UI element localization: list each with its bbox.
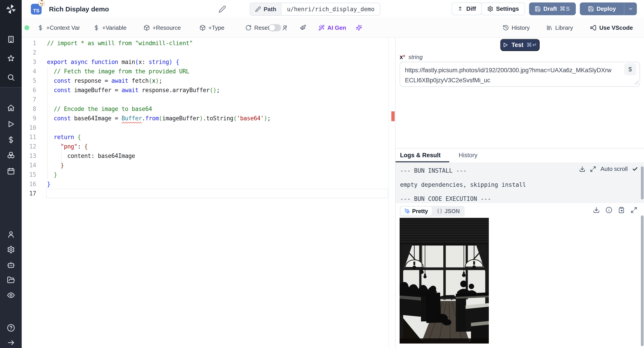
line-number: 16	[22, 179, 46, 189]
star-icon[interactable]	[7, 54, 15, 62]
schedules-calendar-icon[interactable]	[7, 167, 15, 175]
code-line	[47, 123, 386, 132]
code-line: }	[47, 179, 386, 189]
json-view-button[interactable]: JSON	[433, 207, 464, 216]
log-line: --- BUN CODE EXECUTION ---	[396, 192, 644, 206]
history-button[interactable]: History	[503, 18, 530, 37]
indent-guide	[47, 67, 48, 179]
error-overview-mark	[391, 112, 395, 121]
indent-guide	[61, 142, 62, 170]
ai-gen-button[interactable]: AI Gen	[318, 18, 346, 37]
collaborators-button[interactable]	[282, 18, 288, 37]
users-icon	[282, 24, 288, 31]
deploy-button[interactable]: Deploy	[580, 2, 624, 15]
code-line	[47, 95, 386, 104]
help-icon[interactable]	[7, 324, 15, 332]
current-line-highlight	[46, 189, 388, 198]
download-logs-icon[interactable]	[579, 166, 586, 172]
code-line: // import * as wmill from "windmill-clie…	[47, 38, 386, 48]
user-icon[interactable]	[7, 230, 15, 238]
draft-button[interactable]: Draft ⌘S	[529, 2, 576, 15]
diff-button[interactable]: Diff	[452, 2, 482, 15]
edit-summary-pencil-icon[interactable]	[218, 5, 226, 13]
add-type-button[interactable]: +Type	[200, 18, 224, 37]
dollar-icon	[93, 24, 100, 31]
settings-gear-icon[interactable]	[7, 246, 15, 254]
code-line: // Encode the image to base64	[47, 104, 386, 114]
building-icon[interactable]	[7, 35, 15, 44]
textarea-resize-handle[interactable]	[634, 80, 638, 84]
code-line: export async function main(x: string) {	[47, 57, 386, 67]
line-number: 14	[22, 160, 46, 170]
insert-variable-dollar-button[interactable]: $	[624, 64, 636, 75]
line-number: 2	[22, 48, 46, 57]
code-line: return {	[47, 132, 386, 142]
status-dot	[24, 25, 29, 30]
info-icon[interactable]	[606, 207, 612, 213]
expand-arrow-icon[interactable]	[7, 338, 15, 347]
windmill-script-editor: TS Rich Display demo Path u/henri/rich_d…	[0, 0, 644, 348]
use-vscode-button[interactable]: Use VScode	[590, 18, 633, 37]
panel-divider	[396, 148, 644, 148]
audit-eye-icon[interactable]	[7, 291, 15, 299]
code-line: // Fetch the image from the provided URL	[47, 67, 386, 76]
expand-result-icon[interactable]	[630, 207, 637, 213]
windmill-logo-icon[interactable]	[5, 3, 17, 15]
copy-clipboard-icon[interactable]	[618, 207, 625, 213]
left-sidebar	[0, 0, 22, 348]
code-line: content: base64Image	[47, 151, 386, 160]
line-number: 11	[22, 132, 46, 142]
add-variable-button[interactable]: +Variable	[93, 18, 126, 37]
code-line: "png": {	[47, 142, 386, 151]
library-button[interactable]: Library	[546, 18, 573, 37]
pretty-view-button[interactable]: Pretty	[400, 207, 432, 216]
variables-dollar-icon[interactable]	[7, 136, 15, 144]
download-result-icon[interactable]	[593, 207, 600, 213]
line-number: 3	[22, 57, 46, 67]
test-button[interactable]: Test ⌘↵	[500, 39, 540, 51]
check-icon[interactable]	[632, 166, 638, 172]
expand-logs-icon[interactable]	[590, 166, 596, 172]
diff-mode-toggle[interactable]	[268, 24, 281, 31]
home-icon[interactable]	[7, 104, 15, 112]
save-icon	[535, 6, 541, 12]
path-label: Path	[264, 6, 276, 13]
line-number: 17	[22, 189, 46, 198]
folders-icon[interactable]	[7, 276, 15, 284]
settings-button[interactable]: Settings	[481, 2, 525, 15]
top-header: TS Rich Display demo Path u/henri/rich_d…	[22, 0, 644, 18]
argument-x-input[interactable]: https://fastly.picsum.photos/id/192/200/…	[400, 62, 640, 87]
magic-wand-icon	[318, 24, 325, 31]
ai-sparkles-button[interactable]	[356, 18, 362, 37]
deploy-dropdown-button[interactable]	[624, 2, 637, 15]
log-line: empty dependencies, skipping install	[396, 178, 644, 192]
vscode-icon	[590, 24, 596, 31]
resources-boxes-icon[interactable]	[7, 152, 15, 160]
line-number: 4	[22, 67, 46, 76]
result-scrollbar[interactable]	[641, 216, 644, 346]
code-editor[interactable]: 1234567891011121314151617 // import * as…	[22, 38, 395, 348]
workers-bot-icon[interactable]	[7, 261, 15, 269]
reset-button[interactable]: Reset	[245, 18, 270, 37]
auto-scroll-label[interactable]: Auto scroll	[600, 166, 628, 172]
code-line: }	[47, 170, 386, 179]
result-image	[400, 218, 489, 344]
add-context-var-button[interactable]: +Context Var	[37, 18, 80, 37]
line-number: 15	[22, 170, 46, 179]
logs-scrollbar[interactable]	[641, 166, 644, 200]
runs-play-icon[interactable]	[7, 120, 15, 128]
line-number: 13	[22, 151, 46, 160]
chevron-down-icon	[628, 6, 634, 12]
line-number: 1	[22, 38, 46, 48]
line-number: 5	[22, 76, 46, 86]
braces-icon	[437, 208, 442, 214]
page-title: Rich Display demo	[49, 0, 109, 18]
history-clock-icon	[503, 24, 509, 31]
format-code-button[interactable]	[300, 18, 306, 37]
overview-ruler	[388, 38, 389, 348]
tab-logs-result[interactable]: Logs & Result	[400, 150, 441, 161]
tab-history[interactable]: History	[459, 150, 478, 161]
path-control[interactable]: Path u/henri/rich_display_demo	[250, 3, 380, 16]
add-resource-button[interactable]: +Resource	[144, 18, 181, 37]
search-icon[interactable]	[7, 73, 15, 82]
